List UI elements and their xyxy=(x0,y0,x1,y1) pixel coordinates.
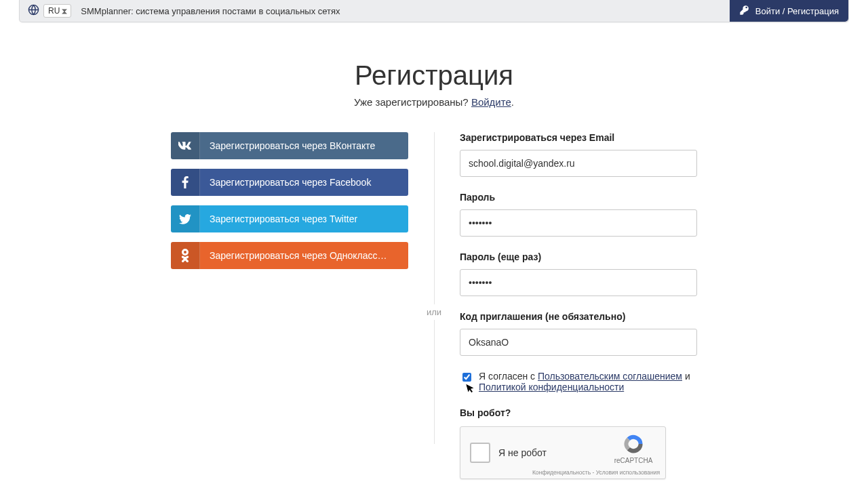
language-select[interactable]: RU xyxy=(43,4,71,18)
login-register-label: Войти / Регистрация xyxy=(755,6,839,16)
facebook-icon xyxy=(171,169,200,196)
register-fb-button[interactable]: Зарегистрироваться через Facebook xyxy=(171,169,408,196)
password-label: Пароль xyxy=(460,192,697,203)
tw-label: Зарегистрироваться через Twitter xyxy=(200,214,408,224)
agreement-checkbox[interactable] xyxy=(462,372,471,382)
captcha-brand: reCAPTCHA xyxy=(608,457,658,464)
social-register-column: Зарегистрироваться через ВКонтакте Зарег… xyxy=(171,132,408,269)
already-registered-line: Уже зарегистрированы? Войдите. xyxy=(0,96,868,108)
invite-input[interactable] xyxy=(460,329,697,356)
odnoklassniki-icon xyxy=(171,242,200,269)
password2-input[interactable] xyxy=(460,269,697,296)
captcha-label: Я не робот xyxy=(498,447,547,458)
captcha-footer: Конфиденциальность - Условия использован… xyxy=(532,469,660,476)
terms-link[interactable]: Пользовательским соглашением xyxy=(538,371,682,382)
register-tw-button[interactable]: Зарегистрироваться через Twitter xyxy=(171,205,408,232)
login-register-button[interactable]: Войти / Регистрация xyxy=(730,0,848,22)
robot-label: Вы робот? xyxy=(460,407,697,418)
email-label: Зарегистрироваться через Email xyxy=(460,132,697,143)
vk-icon xyxy=(171,132,200,159)
recaptcha-logo: reCAPTCHA xyxy=(608,432,658,464)
page-title: Регистрация xyxy=(0,60,868,91)
top-bar: RU SMMplanner: система управления постам… xyxy=(19,0,849,22)
agreement-row: Я согласен с Пользовательским соглашение… xyxy=(460,371,697,392)
twitter-icon xyxy=(171,205,200,232)
register-vk-button[interactable]: Зарегистрироваться через ВКонтакте xyxy=(171,132,408,159)
privacy-link[interactable]: Политикой конфиденциальности xyxy=(479,382,624,392)
globe-icon xyxy=(28,4,39,18)
invite-label: Код приглашения (не обязательно) xyxy=(460,311,697,322)
email-register-column: Зарегистрироваться через Email Пароль Па… xyxy=(460,132,697,488)
key-icon xyxy=(739,5,750,18)
site-tagline: SMMplanner: система управления постами в… xyxy=(81,6,340,16)
recaptcha-widget[interactable]: Я не робот reCAPTCHA Конфиденциальность … xyxy=(460,426,666,479)
email-input[interactable] xyxy=(460,150,697,177)
column-divider: или xyxy=(426,132,442,444)
agreement-text: Я согласен с Пользовательским соглашение… xyxy=(479,371,697,392)
login-link[interactable]: Войдите xyxy=(471,96,511,108)
password2-label: Пароль (еще раз) xyxy=(460,251,697,262)
register-ok-button[interactable]: Зарегистрироваться через Однокласс… xyxy=(171,242,408,269)
password-input[interactable] xyxy=(460,209,697,237)
cursor-icon xyxy=(466,382,477,396)
ok-label: Зарегистрироваться через Однокласс… xyxy=(200,250,408,261)
recaptcha-checkbox[interactable] xyxy=(470,443,490,463)
already-text: Уже зарегистрированы? xyxy=(354,96,471,108)
vk-label: Зарегистрироваться через ВКонтакте xyxy=(200,140,408,151)
divider-label: или xyxy=(427,304,441,320)
fb-label: Зарегистрироваться через Facebook xyxy=(200,177,408,188)
language-value: RU xyxy=(48,6,60,16)
